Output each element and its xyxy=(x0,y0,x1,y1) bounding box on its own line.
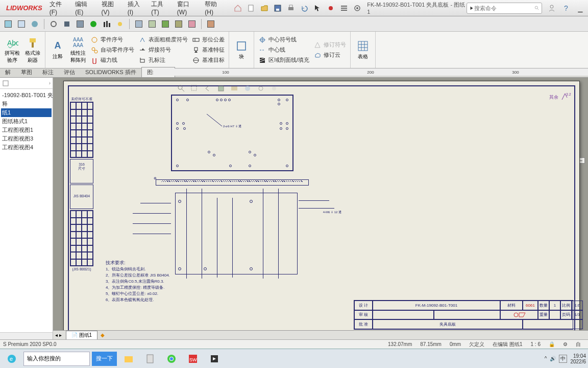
weld-symbol-button[interactable]: 焊接符号 xyxy=(137,45,189,55)
qt-12[interactable] xyxy=(159,18,172,30)
display-style-icon[interactable] xyxy=(229,83,239,94)
tab-dimension[interactable]: 标注 xyxy=(37,67,59,77)
drawing-sheet[interactable]: 未经许可不准 316尺寸 JIS B0404 (JIS B0021) 其余 3.… xyxy=(63,81,580,336)
qt-2[interactable] xyxy=(15,18,28,30)
menu-edit[interactable]: 编辑(E) xyxy=(72,0,98,16)
user-icon[interactable] xyxy=(546,3,557,14)
home-icon[interactable] xyxy=(232,3,243,14)
zoom-area-icon[interactable] xyxy=(189,83,200,94)
tree-root[interactable]: -19092-B01-T001 夹具 xyxy=(1,91,52,100)
drawing-canvas[interactable]: _ □ ─ 未经许可不准 316尺寸 JIS B0404 xyxy=(53,78,588,339)
tray-net-icon[interactable]: 🔊 xyxy=(550,356,556,361)
qt-1[interactable] xyxy=(2,18,14,30)
tree-item[interactable]: 工程图视图4 xyxy=(1,143,52,152)
hatch-button[interactable]: 区域剖面线/填充 xyxy=(257,56,310,65)
menu-file[interactable]: 文件(F) xyxy=(46,0,72,16)
save-icon[interactable] xyxy=(272,3,283,14)
qt-3[interactable] xyxy=(29,18,41,30)
magnetic-line-button[interactable]: 磁力线 xyxy=(89,56,135,65)
datum-target-button[interactable]: 基准目标 xyxy=(191,56,226,65)
open-icon[interactable] xyxy=(259,3,270,14)
ie-icon[interactable]: e xyxy=(2,351,21,366)
datum-feature-button[interactable]: 基准特征 xyxy=(191,45,226,55)
qt-11[interactable] xyxy=(146,18,158,30)
sheet-tab-1[interactable]: 📄 图纸1 xyxy=(66,331,97,339)
add-sheet-icon[interactable]: ◆ xyxy=(101,332,105,338)
tab-annotation[interactable]: 解 xyxy=(0,67,16,77)
command-search[interactable] xyxy=(467,3,542,14)
minimize-icon[interactable]: _ xyxy=(575,3,586,14)
qt-13[interactable] xyxy=(173,18,185,30)
explorer-icon[interactable] xyxy=(119,351,138,366)
svg-rect-8 xyxy=(341,10,347,11)
tables-button[interactable]: 表格 xyxy=(354,34,372,66)
settings-icon[interactable] xyxy=(352,3,363,14)
qt-6[interactable] xyxy=(74,18,86,30)
help-icon[interactable]: ? xyxy=(560,3,572,14)
hide-show-icon[interactable] xyxy=(242,83,253,94)
undo-icon[interactable] xyxy=(299,3,310,14)
zoom-fit-icon[interactable] xyxy=(176,83,186,94)
note-button[interactable]: A 注释 xyxy=(48,34,67,66)
gtol-button[interactable]: 形位公差 xyxy=(191,35,226,44)
qt-green[interactable] xyxy=(87,18,100,30)
section-view-icon[interactable] xyxy=(216,83,226,94)
spell-check-button[interactable]: Abc 拼写检验序 xyxy=(3,34,21,66)
center-mark-button[interactable]: 中心符号线 xyxy=(257,35,310,44)
qt-14[interactable] xyxy=(186,18,198,30)
format-painter-button[interactable]: 格式涂刷器 xyxy=(23,34,42,66)
qt-bars[interactable] xyxy=(101,18,113,30)
qt-10[interactable] xyxy=(133,18,145,30)
tree-item[interactable]: 释 xyxy=(1,100,52,108)
drawing-view-side[interactable] xyxy=(156,179,309,186)
grid-icon[interactable] xyxy=(269,83,279,94)
solidworks-icon[interactable]: SW xyxy=(183,351,203,366)
options-icon[interactable] xyxy=(338,3,350,14)
tree-hscroll[interactable] xyxy=(0,332,53,339)
revision-cloud-button[interactable]: 修订云 xyxy=(312,51,347,60)
qt-cube[interactable] xyxy=(61,18,73,30)
auto-balloon-button[interactable]: 自动零件序号 xyxy=(89,45,135,55)
tree-config-icon[interactable] xyxy=(2,80,9,87)
linear-pattern-button[interactable]: AAAAAA 线性注释阵列 xyxy=(69,34,87,66)
hole-callout-button[interactable]: 孔标注 xyxy=(137,56,189,65)
qt-15[interactable] xyxy=(205,18,217,30)
balloon-button[interactable]: 零件序号 xyxy=(89,35,135,44)
prev-view-icon[interactable] xyxy=(203,83,213,94)
tree-item-sheet1[interactable]: 纸1 xyxy=(1,108,52,117)
new-icon[interactable] xyxy=(246,3,257,14)
tab-evaluate[interactable]: 评估 xyxy=(59,67,80,77)
chrome-icon[interactable] xyxy=(162,351,181,366)
tray-ime[interactable]: 中 xyxy=(559,355,567,363)
taskbar-search[interactable]: 输入你想搜的 xyxy=(23,352,90,366)
surface-finish-button[interactable]: 表面粗糙度符号 xyxy=(137,35,189,44)
centerline-button[interactable]: 中心线 xyxy=(257,45,310,55)
tree-item[interactable]: 工程图视图1 xyxy=(1,126,52,134)
tab-sketch[interactable]: 草图 xyxy=(16,67,37,77)
edit-sheet-icon[interactable] xyxy=(256,83,266,94)
tree-expand-icon[interactable]: › xyxy=(49,80,51,86)
drawing-view-front[interactable]: 4-M6 ⇓ 12 通 xyxy=(161,193,304,280)
command-search-input[interactable] xyxy=(474,5,534,11)
app-icon[interactable] xyxy=(205,351,224,366)
title-block[interactable]: 设 计 FK-M-19092-B01-T001 材料6061 数量1 比例1:6… xyxy=(354,300,573,330)
rebuild-icon[interactable] xyxy=(325,3,336,14)
print-icon[interactable] xyxy=(285,3,297,14)
qt-gear[interactable] xyxy=(47,18,60,30)
search-button[interactable]: 搜一下 xyxy=(92,352,117,366)
menu-tools[interactable]: 工具(T) xyxy=(148,0,174,16)
select-icon[interactable] xyxy=(312,3,323,14)
tree-item[interactable]: 工程图视图3 xyxy=(1,134,52,143)
qt-sun[interactable] xyxy=(114,18,126,30)
menu-view[interactable]: 视图(V) xyxy=(99,0,125,16)
menu-window[interactable]: 窗口(W) xyxy=(174,0,202,16)
tree-item[interactable]: 图纸格式1 xyxy=(1,117,52,126)
tray-clock[interactable]: 19:042022/6 xyxy=(570,353,586,364)
menu-help[interactable]: 帮助(H) xyxy=(202,0,228,16)
tray-up-icon[interactable]: ^ xyxy=(545,356,547,361)
tab-addins[interactable]: SOLIDWORKS 插件 xyxy=(80,67,141,77)
calc-icon[interactable] xyxy=(140,351,160,366)
drawing-view-top[interactable]: 2-⌀6 H7 ⇓ 通 xyxy=(171,95,293,171)
block-button[interactable]: 块 xyxy=(232,34,251,66)
menu-insert[interactable]: 插入(I) xyxy=(125,0,149,16)
